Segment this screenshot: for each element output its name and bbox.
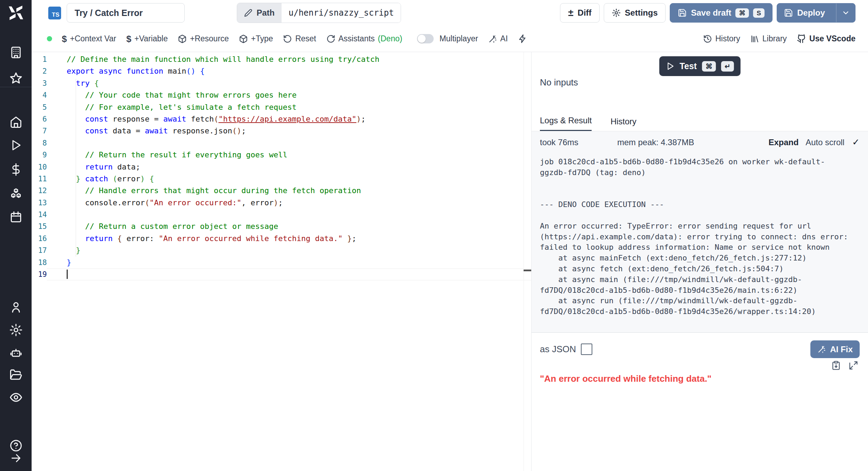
settings-button[interactable]: Settings	[604, 3, 666, 23]
gear-icon[interactable]	[9, 324, 22, 337]
add-resource-button[interactable]: +Resource	[178, 34, 229, 43]
code-line[interactable]: 14	[32, 209, 531, 221]
result-actions	[831, 361, 858, 370]
deploy-button[interactable]: Deploy	[777, 3, 856, 23]
result-section: as JSON AI Fix	[532, 333, 868, 471]
deploy-main[interactable]: Deploy	[777, 3, 832, 22]
line-number: 4	[32, 89, 47, 101]
code-line[interactable]: 1// Define the main function which will …	[32, 53, 531, 65]
add-type-button[interactable]: +Type	[239, 34, 273, 43]
path-value[interactable]: u/henri/snazzy_script	[282, 3, 401, 23]
folder-open-icon[interactable]	[9, 369, 22, 381]
multiplayer-toggle[interactable]	[417, 34, 434, 43]
assistants-button[interactable]: Assistants (Deno)	[326, 34, 402, 43]
trigger-button[interactable]	[518, 34, 527, 43]
code-editor[interactable]: 1// Define the main function which will …	[32, 52, 531, 471]
dollar-icon: $	[126, 34, 131, 43]
test-button[interactable]: Test ⌘ ↵	[659, 56, 740, 76]
code-line[interactable]: 4 // Your code that might throw errors g…	[32, 89, 531, 101]
use-vscode-button[interactable]: Use VScode	[797, 34, 856, 43]
add-context-var-button[interactable]: $ +Context Var	[62, 34, 116, 43]
multiplayer-toggle-group: Multiplayer	[417, 34, 478, 43]
header-row-toolbar: $ +Context Var $ +Variable +Resource	[32, 26, 868, 52]
line-number: 10	[32, 161, 47, 173]
arrow-right-icon[interactable]	[10, 452, 22, 464]
code-line[interactable]: 12 // Handle errors that might occur dur…	[32, 185, 531, 197]
code-line[interactable]: 15 // Return a custom error object or me…	[32, 221, 531, 232]
code-line[interactable]: 2export async function main() {	[32, 65, 531, 77]
history-button[interactable]: History	[703, 34, 740, 43]
tab-logs-result[interactable]: Logs & Result	[540, 116, 592, 131]
library-icon	[750, 34, 759, 43]
star-icon[interactable]	[9, 72, 23, 85]
editor-lines: 1// Define the main function which will …	[32, 53, 531, 280]
code-line[interactable]: 7 const data = await response.json();	[32, 125, 531, 137]
code-line[interactable]: 13 console.error("An error occurred:", e…	[32, 197, 531, 209]
result-tabs: Logs & Result History	[532, 111, 868, 131]
language-label: (Deno)	[378, 34, 402, 43]
package-icon	[178, 34, 187, 43]
as-json-label: as JSON	[540, 344, 576, 355]
user-icon[interactable]	[10, 301, 22, 314]
play-icon	[666, 62, 674, 71]
line-number: 17	[32, 245, 47, 256]
execution-log[interactable]: job 018c20cd-a1b5-bd6b-0d80-f1b9d4c35e26…	[532, 148, 868, 317]
reset-button[interactable]: Reset	[283, 34, 316, 43]
play-icon[interactable]	[10, 139, 22, 151]
line-number: 6	[32, 113, 47, 125]
auto-scroll-toggle[interactable]: Auto scroll	[806, 138, 844, 147]
line-number: 1	[32, 53, 47, 65]
log-zone: took 76ms mem peak: 4.387MB Expand Auto …	[532, 131, 868, 333]
line-number: 16	[32, 233, 47, 245]
code-line[interactable]: 3 try {	[32, 77, 531, 89]
windmill-logo-icon[interactable]	[8, 5, 24, 21]
path-edit-button[interactable]: Path	[237, 3, 282, 23]
mem-peak: mem peak: 4.387MB	[617, 138, 694, 147]
code-line[interactable]: 8	[32, 137, 531, 149]
result-value[interactable]: "An error occurred while fetching data."	[540, 373, 860, 384]
line-number: 9	[32, 149, 47, 161]
took-duration: took 76ms	[540, 138, 578, 147]
run-status-bar: took 76ms mem peak: 4.387MB Expand Auto …	[532, 131, 868, 148]
code-line[interactable]: 18}	[32, 257, 531, 268]
no-inputs-label: No inputs	[540, 77, 578, 88]
code-line[interactable]: 11 } catch (error) {	[32, 173, 531, 185]
save-draft-button[interactable]: Save draft ⌘ S	[670, 3, 773, 23]
code-line[interactable]: 17 }	[32, 245, 531, 256]
robot-icon[interactable]	[9, 346, 22, 359]
home-icon[interactable]	[9, 116, 22, 129]
code-line[interactable]: 19	[32, 268, 531, 280]
code-line[interactable]: 10 return data;	[32, 161, 531, 173]
header-buttons: ± Diff Settings	[560, 3, 856, 23]
ai-button[interactable]: AI	[488, 34, 508, 43]
tab-history[interactable]: History	[610, 117, 636, 131]
script-title-input[interactable]: Try / Catch Error	[67, 3, 185, 23]
cubes-icon[interactable]	[9, 188, 22, 200]
line-number: 15	[32, 221, 47, 232]
s-key-badge: S	[753, 8, 765, 18]
path-widget[interactable]: Path u/henri/snazzy_script	[237, 3, 401, 23]
line-number: 13	[32, 197, 47, 209]
add-variable-button[interactable]: $ +Variable	[126, 34, 168, 43]
expand-button[interactable]: Expand	[768, 138, 799, 147]
status-dot	[47, 36, 52, 41]
building-icon[interactable]	[10, 46, 22, 59]
code-line[interactable]: 16 return { error: "An error occurred wh…	[32, 233, 531, 245]
help-circle-icon[interactable]	[10, 439, 22, 452]
dollar-icon[interactable]	[10, 163, 22, 176]
library-button[interactable]: Library	[750, 34, 787, 43]
code-line[interactable]: 5 // For example, let's simulate a fetch…	[32, 101, 531, 113]
copy-to-clipboard-icon[interactable]	[831, 361, 841, 370]
expand-fullscreen-icon[interactable]	[849, 361, 858, 370]
deploy-dropdown-button[interactable]	[836, 3, 855, 22]
calendar-icon[interactable]	[10, 211, 22, 223]
code-line[interactable]: 6 const response = await fetch("https://…	[32, 113, 531, 125]
diff-button[interactable]: ± Diff	[560, 3, 599, 23]
line-number: 8	[32, 137, 47, 149]
ai-fix-button[interactable]: AI Fix	[810, 340, 860, 358]
header: TS Try / Catch Error Path u/henri/snazzy…	[32, 0, 868, 52]
as-json-checkbox[interactable]	[581, 344, 592, 355]
line-number: 5	[32, 101, 47, 113]
eye-icon[interactable]	[9, 391, 23, 404]
code-line[interactable]: 9 // Return the result if everything goe…	[32, 149, 531, 161]
